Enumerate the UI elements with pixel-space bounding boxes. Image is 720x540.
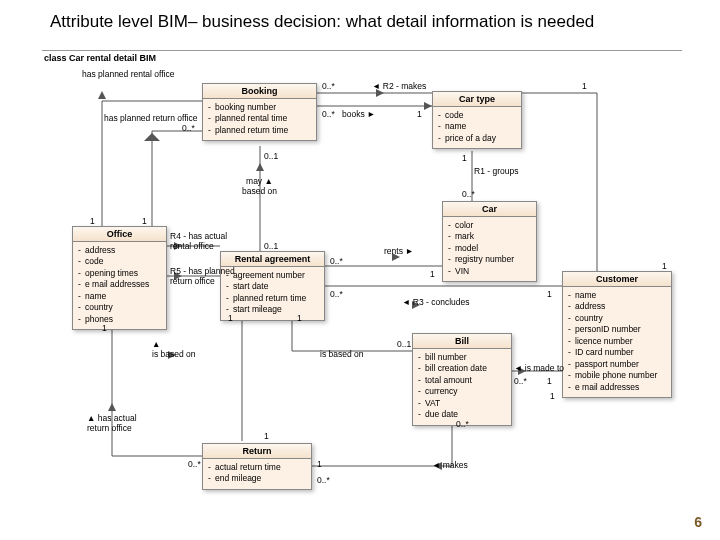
- attr: licence number: [567, 336, 667, 347]
- class-booking: Booking booking number planned rental ti…: [202, 83, 317, 141]
- assoc-label: R4 - has actualrental office: [170, 231, 227, 251]
- attr: registry number: [447, 254, 532, 265]
- attr: personID number: [567, 324, 667, 335]
- mult: 0..1: [264, 241, 278, 251]
- mult: 0..1: [264, 151, 278, 161]
- class-title: Customer: [563, 272, 671, 287]
- svg-marker-5: [144, 133, 160, 141]
- attr: name: [77, 291, 162, 302]
- attr: name: [567, 290, 667, 301]
- attr: planned rental time: [207, 113, 312, 124]
- mult: 0..*: [330, 256, 343, 266]
- attr: country: [567, 313, 667, 324]
- diagram-label: class Car rental detail BIM: [44, 53, 156, 63]
- mult: 1: [264, 431, 269, 441]
- assoc-label: ◄ makes: [432, 460, 468, 470]
- mult: 1: [662, 261, 667, 271]
- class-cartype: Car type code name price of a day: [432, 91, 522, 149]
- attr: name: [437, 121, 517, 132]
- mult: 1: [582, 81, 587, 91]
- mult: 1: [550, 391, 555, 401]
- mult: 1: [430, 269, 435, 279]
- mult: 1: [297, 313, 302, 323]
- mult: 1: [462, 153, 467, 163]
- attr: opening times: [77, 268, 162, 279]
- mult: 1: [102, 323, 107, 333]
- svg-marker-24: [108, 403, 116, 411]
- uml-diagram: class Car rental detail BIM: [42, 50, 682, 510]
- attr: booking number: [207, 102, 312, 113]
- attr: total amount: [417, 375, 507, 386]
- mult: 0..*: [317, 475, 330, 485]
- class-title: Return: [203, 444, 311, 459]
- assoc-label: may ▲based on: [242, 176, 277, 196]
- attr: actual return time: [207, 462, 307, 473]
- mult: 0..*: [322, 109, 335, 119]
- attr: ID card number: [567, 347, 667, 358]
- class-return: Return actual return time end mileage: [202, 443, 312, 490]
- attr: bill number: [417, 352, 507, 363]
- assoc-label: R1 - groups: [474, 166, 518, 176]
- attr: currency: [417, 386, 507, 397]
- assoc-label: is based on: [320, 349, 363, 359]
- assoc-label: has planned rental office: [82, 69, 174, 79]
- assoc-label: rents ►: [384, 246, 414, 256]
- mult: 1: [547, 376, 552, 386]
- mult: 1: [417, 109, 422, 119]
- attr: e mail addresses: [567, 382, 667, 393]
- mult: 0..*: [456, 419, 469, 429]
- class-title: Office: [73, 227, 166, 242]
- attr: color: [447, 220, 532, 231]
- svg-marker-2: [98, 91, 106, 99]
- attr: phones: [77, 314, 162, 325]
- attr: end mileage: [207, 473, 307, 484]
- class-customer: Customer name address country personID n…: [562, 271, 672, 398]
- attr: start date: [225, 281, 320, 292]
- class-title: Bill: [413, 334, 511, 349]
- attr: e mail addresses: [77, 279, 162, 290]
- class-title: Car: [443, 202, 536, 217]
- slide-title: Attribute level BIM– business decision: …: [50, 12, 594, 32]
- attr: bill creation date: [417, 363, 507, 374]
- class-car: Car color mark model registry number VIN: [442, 201, 537, 282]
- attr: planned return time: [225, 293, 320, 304]
- class-title: Rental agreement: [221, 252, 324, 267]
- mult: 0..*: [188, 459, 201, 469]
- attr: code: [77, 256, 162, 267]
- attr: mark: [447, 231, 532, 242]
- assoc-label: ▲is based on: [152, 339, 195, 359]
- assoc-label: ▲ has actualreturn office: [87, 413, 137, 433]
- class-title: Car type: [433, 92, 521, 107]
- assoc-label: has planned return office: [104, 113, 197, 123]
- assoc-label: ◄ is made to: [514, 363, 564, 373]
- attr: address: [77, 245, 162, 256]
- mult: 0..*: [330, 289, 343, 299]
- assoc-label: ◄ R3 - concludes: [402, 297, 469, 307]
- attr: code: [437, 110, 517, 121]
- mult: 0..*: [322, 81, 335, 91]
- mult: 0..*: [462, 189, 475, 199]
- page-number: 6: [694, 514, 702, 530]
- class-rental: Rental agreement agreement number start …: [220, 251, 325, 321]
- mult: 1: [547, 289, 552, 299]
- class-bill: Bill bill number bill creation date tota…: [412, 333, 512, 426]
- svg-marker-7: [424, 102, 432, 110]
- attr: price of a day: [437, 133, 517, 144]
- mult: 0..1: [397, 339, 411, 349]
- attr: country: [77, 302, 162, 313]
- class-title: Booking: [203, 84, 316, 99]
- assoc-label: ◄ R2 - makes: [372, 81, 426, 91]
- assoc-label: books ►: [342, 109, 375, 119]
- mult: 0..*: [514, 376, 527, 386]
- attr: address: [567, 301, 667, 312]
- attr: VIN: [447, 266, 532, 277]
- attr: start mileage: [225, 304, 320, 315]
- attr: passport number: [567, 359, 667, 370]
- attr: VAT: [417, 398, 507, 409]
- mult: 1: [228, 313, 233, 323]
- attr: agreement number: [225, 270, 320, 281]
- assoc-label: R5 - has plannedreturn office: [170, 266, 235, 286]
- attr: model: [447, 243, 532, 254]
- mult: 1: [317, 459, 322, 469]
- mult: 0..*: [182, 123, 195, 133]
